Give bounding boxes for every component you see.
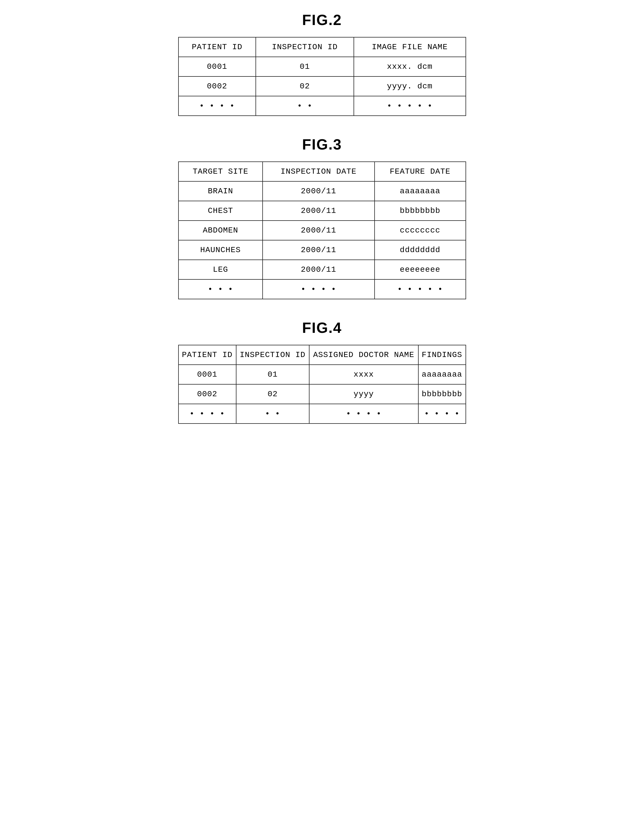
fig3-header-row: TARGET SITE INSPECTION DATE FEATURE DATE [178, 162, 466, 181]
fig4-col-assigned-doctor: ASSIGNED DOCTOR NAME [309, 345, 418, 365]
figure-2: FIG.2 PATIENT ID INSPECTION ID IMAGE FIL… [178, 11, 466, 116]
fig4-col-findings: FINDINGS [418, 345, 466, 365]
fig2-col-inspection-id: INSPECTION ID [256, 37, 354, 57]
fig3-col-inspection-date: INSPECTION DATE [262, 162, 375, 181]
table-cell: 2000/11 [262, 181, 375, 201]
table-cell: xxxx. dcm [354, 57, 466, 76]
fig4-col-inspection-id: INSPECTION ID [236, 345, 309, 365]
table-cell: 01 [236, 365, 309, 384]
fig3-table: TARGET SITE INSPECTION DATE FEATURE DATE… [178, 161, 466, 299]
table-cell: • • • • [418, 404, 466, 424]
fig3-col-target-site: TARGET SITE [178, 162, 263, 181]
table-cell: LEG [178, 260, 263, 279]
table-row: LEG2000/11eeeeeeee [178, 260, 466, 279]
fig2-title: FIG.2 [178, 11, 466, 28]
table-row: CHEST2000/11bbbbbbbb [178, 201, 466, 220]
table-cell: yyyy [309, 384, 418, 404]
table-cell: 02 [256, 76, 354, 96]
table-cell: • • • • [178, 404, 236, 424]
table-cell: 2000/11 [262, 240, 375, 260]
table-cell: • • [256, 96, 354, 116]
table-row: • • • •• •• • • •• • • • [178, 404, 466, 424]
table-row: • • • •• •• • • • • [178, 96, 466, 116]
fig2-table: PATIENT ID INSPECTION ID IMAGE FILE NAME… [178, 37, 466, 116]
table-row: ABDOMEN2000/11cccccccc [178, 220, 466, 240]
table-cell: 2000/11 [262, 201, 375, 220]
table-row: 000202yyyy. dcm [178, 76, 466, 96]
table-cell: 0001 [178, 57, 256, 76]
table-row: • • •• • • •• • • • • [178, 279, 466, 299]
fig4-header-row: PATIENT ID INSPECTION ID ASSIGNED DOCTOR… [178, 345, 466, 365]
table-cell: 01 [256, 57, 354, 76]
table-row: BRAIN2000/11aaaaaaaa [178, 181, 466, 201]
table-cell: 0002 [178, 384, 236, 404]
table-cell: • • • • [262, 279, 375, 299]
table-cell: 2000/11 [262, 220, 375, 240]
table-cell: • • • • [178, 96, 256, 116]
fig2-col-patient-id: PATIENT ID [178, 37, 256, 57]
fig3-col-feature-date: FEATURE DATE [375, 162, 466, 181]
table-cell: 2000/11 [262, 260, 375, 279]
table-cell: CHEST [178, 201, 263, 220]
fig2-header-row: PATIENT ID INSPECTION ID IMAGE FILE NAME [178, 37, 466, 57]
table-cell: • • • • • [354, 96, 466, 116]
fig4-table: PATIENT ID INSPECTION ID ASSIGNED DOCTOR… [178, 345, 466, 424]
table-cell: • • [236, 404, 309, 424]
table-cell: ABDOMEN [178, 220, 263, 240]
table-cell: aaaaaaaa [375, 181, 466, 201]
table-cell: bbbbbbbb [418, 384, 466, 404]
figure-3: FIG.3 TARGET SITE INSPECTION DATE FEATUR… [178, 136, 466, 299]
table-cell: 0002 [178, 76, 256, 96]
table-cell: eeeeeeee [375, 260, 466, 279]
fig2-col-image-file-name: IMAGE FILE NAME [354, 37, 466, 57]
table-row: HAUNCHES2000/11dddddddd [178, 240, 466, 260]
table-cell: BRAIN [178, 181, 263, 201]
table-cell: HAUNCHES [178, 240, 263, 260]
table-cell: bbbbbbbb [375, 201, 466, 220]
table-cell: • • • • • [375, 279, 466, 299]
table-cell: • • • • [309, 404, 418, 424]
table-cell: yyyy. dcm [354, 76, 466, 96]
table-cell: aaaaaaaa [418, 365, 466, 384]
table-cell: xxxx [309, 365, 418, 384]
table-cell: 0001 [178, 365, 236, 384]
table-row: 000202yyyybbbbbbbb [178, 384, 466, 404]
table-cell: 02 [236, 384, 309, 404]
table-row: 000101xxxxaaaaaaaa [178, 365, 466, 384]
table-cell: • • • [178, 279, 263, 299]
fig4-title: FIG.4 [178, 319, 466, 336]
fig3-title: FIG.3 [178, 136, 466, 153]
fig4-col-patient-id: PATIENT ID [178, 345, 236, 365]
table-cell: dddddddd [375, 240, 466, 260]
table-row: 000101xxxx. dcm [178, 57, 466, 76]
figure-4: FIG.4 PATIENT ID INSPECTION ID ASSIGNED … [178, 319, 466, 424]
table-cell: cccccccc [375, 220, 466, 240]
